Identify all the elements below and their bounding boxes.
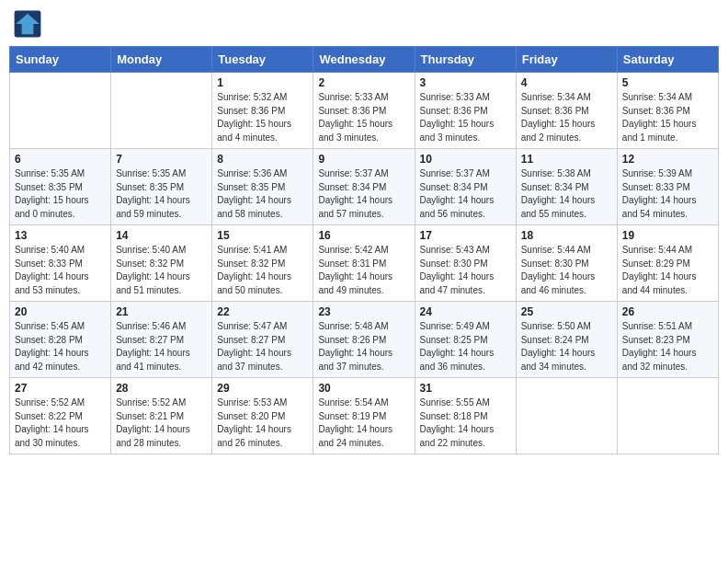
calendar-cell: 28Sunrise: 5:52 AMSunset: 8:21 PMDayligh… [111, 378, 212, 454]
cell-daylight-info: Sunrise: 5:38 AMSunset: 8:34 PMDaylight:… [521, 167, 612, 221]
cell-daylight-info: Sunrise: 5:33 AMSunset: 8:36 PMDaylight:… [420, 91, 511, 144]
weekday-header-monday: Monday [111, 47, 212, 73]
cell-daylight-info: Sunrise: 5:35 AMSunset: 8:35 PMDaylight:… [116, 167, 207, 221]
calendar-cell: 31Sunrise: 5:55 AMSunset: 8:18 PMDayligh… [415, 378, 516, 454]
cell-daylight-info: Sunrise: 5:55 AMSunset: 8:18 PMDaylight:… [420, 396, 511, 450]
day-number: 23 [318, 305, 409, 318]
day-number: 6 [15, 153, 106, 166]
calendar-cell [617, 378, 718, 454]
cell-daylight-info: Sunrise: 5:52 AMSunset: 8:21 PMDaylight:… [116, 396, 207, 450]
day-number: 2 [318, 76, 409, 89]
day-number: 10 [420, 153, 511, 166]
day-number: 5 [622, 76, 713, 89]
calendar-cell: 25Sunrise: 5:50 AMSunset: 8:24 PMDayligh… [516, 302, 617, 378]
cell-daylight-info: Sunrise: 5:34 AMSunset: 8:36 PMDaylight:… [521, 91, 612, 144]
day-number: 8 [217, 153, 308, 166]
day-number: 30 [318, 382, 409, 395]
cell-daylight-info: Sunrise: 5:44 AMSunset: 8:29 PMDaylight:… [622, 244, 713, 297]
day-number: 20 [15, 305, 106, 318]
weekday-header-row: SundayMondayTuesdayWednesdayThursdayFrid… [10, 47, 719, 73]
calendar-cell [10, 73, 111, 149]
day-number: 1 [217, 76, 308, 89]
calendar-header: SundayMondayTuesdayWednesdayThursdayFrid… [10, 47, 719, 73]
cell-daylight-info: Sunrise: 5:39 AMSunset: 8:33 PMDaylight:… [622, 167, 713, 221]
weekday-header-sunday: Sunday [10, 47, 111, 73]
calendar-cell: 12Sunrise: 5:39 AMSunset: 8:33 PMDayligh… [617, 149, 718, 225]
day-number: 13 [15, 229, 106, 242]
calendar-cell: 24Sunrise: 5:49 AMSunset: 8:25 PMDayligh… [415, 302, 516, 378]
calendar-cell: 5Sunrise: 5:34 AMSunset: 8:36 PMDaylight… [617, 73, 718, 149]
cell-daylight-info: Sunrise: 5:45 AMSunset: 8:28 PMDaylight:… [15, 320, 106, 373]
day-number: 11 [521, 153, 612, 166]
calendar-cell: 29Sunrise: 5:53 AMSunset: 8:20 PMDayligh… [212, 378, 313, 454]
weekday-header-wednesday: Wednesday [313, 47, 415, 73]
day-number: 24 [420, 305, 511, 318]
day-number: 3 [420, 76, 511, 89]
day-number: 25 [521, 305, 612, 318]
calendar-cell: 20Sunrise: 5:45 AMSunset: 8:28 PMDayligh… [10, 302, 111, 378]
calendar-cell [111, 73, 212, 149]
cell-daylight-info: Sunrise: 5:43 AMSunset: 8:30 PMDaylight:… [420, 244, 511, 297]
cell-daylight-info: Sunrise: 5:48 AMSunset: 8:26 PMDaylight:… [318, 320, 409, 373]
calendar-week-5: 27Sunrise: 5:52 AMSunset: 8:22 PMDayligh… [10, 378, 719, 454]
cell-daylight-info: Sunrise: 5:50 AMSunset: 8:24 PMDaylight:… [521, 320, 612, 373]
day-number: 27 [15, 382, 106, 395]
day-number: 16 [318, 229, 409, 242]
calendar-cell: 22Sunrise: 5:47 AMSunset: 8:27 PMDayligh… [212, 302, 313, 378]
calendar-cell: 8Sunrise: 5:36 AMSunset: 8:35 PMDaylight… [212, 149, 313, 225]
weekday-header-friday: Friday [516, 47, 617, 73]
calendar-cell: 23Sunrise: 5:48 AMSunset: 8:26 PMDayligh… [313, 302, 415, 378]
cell-daylight-info: Sunrise: 5:37 AMSunset: 8:34 PMDaylight:… [318, 167, 409, 221]
day-number: 29 [217, 382, 308, 395]
calendar-week-3: 13Sunrise: 5:40 AMSunset: 8:33 PMDayligh… [10, 225, 719, 302]
calendar-cell: 3Sunrise: 5:33 AMSunset: 8:36 PMDaylight… [415, 73, 516, 149]
calendar-cell: 9Sunrise: 5:37 AMSunset: 8:34 PMDaylight… [313, 149, 415, 225]
calendar-cell: 6Sunrise: 5:35 AMSunset: 8:35 PMDaylight… [10, 149, 111, 225]
day-number: 12 [622, 153, 713, 166]
cell-daylight-info: Sunrise: 5:47 AMSunset: 8:27 PMDaylight:… [217, 320, 308, 373]
calendar-cell: 15Sunrise: 5:41 AMSunset: 8:32 PMDayligh… [212, 225, 313, 302]
cell-daylight-info: Sunrise: 5:51 AMSunset: 8:23 PMDaylight:… [622, 320, 713, 373]
calendar-cell: 7Sunrise: 5:35 AMSunset: 8:35 PMDaylight… [111, 149, 212, 225]
cell-daylight-info: Sunrise: 5:40 AMSunset: 8:33 PMDaylight:… [15, 244, 106, 297]
day-number: 28 [116, 382, 207, 395]
day-number: 15 [217, 229, 308, 242]
page-header [9, 9, 719, 39]
day-number: 26 [622, 305, 713, 318]
day-number: 7 [116, 153, 207, 166]
day-number: 9 [318, 153, 409, 166]
calendar-cell: 13Sunrise: 5:40 AMSunset: 8:33 PMDayligh… [10, 225, 111, 302]
calendar-week-2: 6Sunrise: 5:35 AMSunset: 8:35 PMDaylight… [10, 149, 719, 225]
calendar-cell: 27Sunrise: 5:52 AMSunset: 8:22 PMDayligh… [10, 378, 111, 454]
calendar-cell: 2Sunrise: 5:33 AMSunset: 8:36 PMDaylight… [313, 73, 415, 149]
calendar-cell: 14Sunrise: 5:40 AMSunset: 8:32 PMDayligh… [111, 225, 212, 302]
cell-daylight-info: Sunrise: 5:32 AMSunset: 8:36 PMDaylight:… [217, 91, 308, 144]
logo-icon [13, 9, 42, 39]
calendar-cell: 17Sunrise: 5:43 AMSunset: 8:30 PMDayligh… [415, 225, 516, 302]
calendar-table: SundayMondayTuesdayWednesdayThursdayFrid… [9, 46, 719, 454]
logo [13, 9, 46, 39]
calendar-cell: 11Sunrise: 5:38 AMSunset: 8:34 PMDayligh… [516, 149, 617, 225]
day-number: 17 [420, 229, 511, 242]
cell-daylight-info: Sunrise: 5:46 AMSunset: 8:27 PMDaylight:… [116, 320, 207, 373]
day-number: 31 [420, 382, 511, 395]
calendar-cell [516, 378, 617, 454]
calendar-cell: 1Sunrise: 5:32 AMSunset: 8:36 PMDaylight… [212, 73, 313, 149]
cell-daylight-info: Sunrise: 5:37 AMSunset: 8:34 PMDaylight:… [420, 167, 511, 221]
cell-daylight-info: Sunrise: 5:44 AMSunset: 8:30 PMDaylight:… [521, 244, 612, 297]
calendar-week-4: 20Sunrise: 5:45 AMSunset: 8:28 PMDayligh… [10, 302, 719, 378]
calendar-body: 1Sunrise: 5:32 AMSunset: 8:36 PMDaylight… [10, 73, 719, 454]
cell-daylight-info: Sunrise: 5:35 AMSunset: 8:35 PMDaylight:… [15, 167, 106, 221]
day-number: 22 [217, 305, 308, 318]
calendar-cell: 16Sunrise: 5:42 AMSunset: 8:31 PMDayligh… [313, 225, 415, 302]
cell-daylight-info: Sunrise: 5:41 AMSunset: 8:32 PMDaylight:… [217, 244, 308, 297]
cell-daylight-info: Sunrise: 5:36 AMSunset: 8:35 PMDaylight:… [217, 167, 308, 221]
cell-daylight-info: Sunrise: 5:33 AMSunset: 8:36 PMDaylight:… [318, 91, 409, 144]
weekday-header-thursday: Thursday [415, 47, 516, 73]
cell-daylight-info: Sunrise: 5:53 AMSunset: 8:20 PMDaylight:… [217, 396, 308, 450]
cell-daylight-info: Sunrise: 5:42 AMSunset: 8:31 PMDaylight:… [318, 244, 409, 297]
weekday-header-tuesday: Tuesday [212, 47, 313, 73]
cell-daylight-info: Sunrise: 5:54 AMSunset: 8:19 PMDaylight:… [318, 396, 409, 450]
calendar-cell: 18Sunrise: 5:44 AMSunset: 8:30 PMDayligh… [516, 225, 617, 302]
calendar-cell: 30Sunrise: 5:54 AMSunset: 8:19 PMDayligh… [313, 378, 415, 454]
